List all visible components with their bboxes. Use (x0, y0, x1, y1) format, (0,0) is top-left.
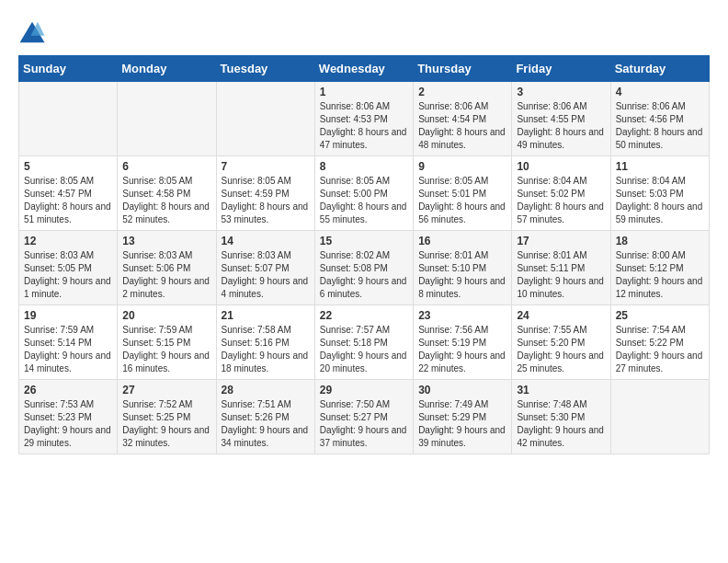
day-number: 30 (418, 384, 506, 396)
calendar-cell: 23Sunrise: 7:56 AM Sunset: 5:19 PM Dayli… (414, 305, 512, 380)
logo-icon (18, 18, 46, 46)
day-number: 5 (24, 160, 112, 173)
week-row-5: 26Sunrise: 7:53 AM Sunset: 5:23 PM Dayli… (19, 380, 710, 454)
calendar-cell: 5Sunrise: 8:05 AM Sunset: 4:57 PM Daylig… (19, 156, 118, 231)
day-number: 16 (418, 235, 506, 247)
calendar-cell: 21Sunrise: 7:58 AM Sunset: 5:16 PM Dayli… (216, 305, 314, 380)
day-info: Sunrise: 7:52 AM Sunset: 5:25 PM Dayligh… (122, 398, 210, 450)
week-row-3: 12Sunrise: 8:03 AM Sunset: 5:05 PM Dayli… (19, 231, 710, 305)
header-cell-friday: Friday (512, 56, 610, 82)
calendar-cell: 28Sunrise: 7:51 AM Sunset: 5:26 PM Dayli… (216, 380, 314, 454)
day-info: Sunrise: 8:05 AM Sunset: 4:58 PM Dayligh… (122, 175, 210, 226)
day-info: Sunrise: 7:53 AM Sunset: 5:23 PM Dayligh… (24, 398, 112, 450)
header-cell-thursday: Thursday (414, 56, 512, 82)
calendar-cell: 30Sunrise: 7:49 AM Sunset: 5:29 PM Dayli… (414, 380, 512, 454)
calendar-cell: 17Sunrise: 8:01 AM Sunset: 5:11 PM Dayli… (512, 231, 610, 305)
day-number: 22 (320, 309, 408, 322)
day-number: 27 (122, 384, 210, 396)
calendar-cell: 24Sunrise: 7:55 AM Sunset: 5:20 PM Dayli… (512, 305, 610, 380)
day-number: 6 (122, 160, 210, 173)
day-info: Sunrise: 8:05 AM Sunset: 5:00 PM Dayligh… (320, 175, 408, 226)
day-number: 8 (320, 160, 408, 173)
day-number: 20 (122, 309, 210, 322)
calendar-cell: 26Sunrise: 7:53 AM Sunset: 5:23 PM Dayli… (19, 380, 118, 454)
day-info: Sunrise: 7:59 AM Sunset: 5:15 PM Dayligh… (122, 324, 210, 375)
day-info: Sunrise: 7:56 AM Sunset: 5:19 PM Dayligh… (418, 324, 506, 375)
day-number: 4 (616, 86, 704, 98)
calendar-cell (19, 82, 118, 156)
calendar-cell: 18Sunrise: 8:00 AM Sunset: 5:12 PM Dayli… (610, 231, 709, 305)
day-info: Sunrise: 8:03 AM Sunset: 5:05 PM Dayligh… (24, 249, 112, 301)
calendar-cell: 31Sunrise: 7:48 AM Sunset: 5:30 PM Dayli… (512, 380, 610, 454)
day-info: Sunrise: 7:49 AM Sunset: 5:29 PM Dayligh… (418, 398, 506, 450)
calendar-cell: 11Sunrise: 8:04 AM Sunset: 5:03 PM Dayli… (610, 156, 709, 231)
calendar-cell (610, 380, 709, 454)
week-row-1: 1Sunrise: 8:06 AM Sunset: 4:53 PM Daylig… (19, 82, 710, 156)
day-info: Sunrise: 7:50 AM Sunset: 5:27 PM Dayligh… (320, 398, 408, 450)
day-number: 1 (320, 86, 408, 98)
day-number: 3 (517, 86, 605, 98)
day-number: 25 (616, 309, 704, 322)
week-row-4: 19Sunrise: 7:59 AM Sunset: 5:14 PM Dayli… (19, 305, 710, 380)
calendar-cell: 6Sunrise: 8:05 AM Sunset: 4:58 PM Daylig… (118, 156, 216, 231)
day-info: Sunrise: 7:54 AM Sunset: 5:22 PM Dayligh… (616, 324, 704, 375)
calendar-cell (118, 82, 216, 156)
calendar-body: 1Sunrise: 8:06 AM Sunset: 4:53 PM Daylig… (19, 82, 710, 454)
day-number: 29 (320, 384, 408, 396)
day-number: 7 (222, 160, 310, 173)
calendar-cell: 16Sunrise: 8:01 AM Sunset: 5:10 PM Dayli… (414, 231, 512, 305)
calendar-cell: 12Sunrise: 8:03 AM Sunset: 5:05 PM Dayli… (19, 231, 118, 305)
day-info: Sunrise: 8:02 AM Sunset: 5:08 PM Dayligh… (320, 249, 408, 301)
header-cell-saturday: Saturday (610, 56, 709, 82)
header-cell-sunday: Sunday (19, 56, 118, 82)
day-number: 12 (24, 235, 112, 247)
calendar-cell: 14Sunrise: 8:03 AM Sunset: 5:07 PM Dayli… (216, 231, 314, 305)
day-number: 15 (320, 235, 408, 247)
header-cell-wednesday: Wednesday (314, 56, 413, 82)
calendar-cell: 29Sunrise: 7:50 AM Sunset: 5:27 PM Dayli… (314, 380, 413, 454)
day-number: 21 (222, 309, 310, 322)
day-number: 19 (24, 309, 112, 322)
day-info: Sunrise: 8:06 AM Sunset: 4:53 PM Dayligh… (320, 100, 408, 152)
logo (18, 18, 50, 46)
day-number: 31 (517, 384, 605, 396)
header-cell-tuesday: Tuesday (216, 56, 314, 82)
day-number: 17 (517, 235, 605, 247)
calendar-cell: 10Sunrise: 8:04 AM Sunset: 5:02 PM Dayli… (512, 156, 610, 231)
calendar-cell: 27Sunrise: 7:52 AM Sunset: 5:25 PM Dayli… (118, 380, 216, 454)
day-info: Sunrise: 7:55 AM Sunset: 5:20 PM Dayligh… (517, 324, 605, 375)
calendar-cell: 13Sunrise: 8:03 AM Sunset: 5:06 PM Dayli… (118, 231, 216, 305)
day-info: Sunrise: 8:06 AM Sunset: 4:55 PM Dayligh… (517, 100, 605, 152)
day-info: Sunrise: 7:48 AM Sunset: 5:30 PM Dayligh… (517, 398, 605, 450)
day-info: Sunrise: 8:05 AM Sunset: 4:59 PM Dayligh… (222, 175, 310, 226)
calendar-cell: 3Sunrise: 8:06 AM Sunset: 4:55 PM Daylig… (512, 82, 610, 156)
calendar-table: SundayMondayTuesdayWednesdayThursdayFrid… (18, 55, 710, 454)
day-info: Sunrise: 8:00 AM Sunset: 5:12 PM Dayligh… (616, 249, 704, 301)
day-number: 9 (418, 160, 506, 173)
day-number: 18 (616, 235, 704, 247)
header-row: SundayMondayTuesdayWednesdayThursdayFrid… (19, 56, 710, 82)
day-info: Sunrise: 8:03 AM Sunset: 5:06 PM Dayligh… (122, 249, 210, 301)
day-info: Sunrise: 8:04 AM Sunset: 5:03 PM Dayligh… (616, 175, 704, 226)
day-number: 28 (222, 384, 310, 396)
day-info: Sunrise: 8:06 AM Sunset: 4:56 PM Dayligh… (616, 100, 704, 152)
calendar-cell: 15Sunrise: 8:02 AM Sunset: 5:08 PM Dayli… (314, 231, 413, 305)
day-number: 24 (517, 309, 605, 322)
day-number: 13 (122, 235, 210, 247)
calendar-cell: 4Sunrise: 8:06 AM Sunset: 4:56 PM Daylig… (610, 82, 709, 156)
calendar-cell: 19Sunrise: 7:59 AM Sunset: 5:14 PM Dayli… (19, 305, 118, 380)
day-info: Sunrise: 7:58 AM Sunset: 5:16 PM Dayligh… (222, 324, 310, 375)
calendar-cell: 20Sunrise: 7:59 AM Sunset: 5:15 PM Dayli… (118, 305, 216, 380)
day-info: Sunrise: 7:51 AM Sunset: 5:26 PM Dayligh… (222, 398, 310, 450)
calendar-cell: 1Sunrise: 8:06 AM Sunset: 4:53 PM Daylig… (314, 82, 413, 156)
calendar-cell: 22Sunrise: 7:57 AM Sunset: 5:18 PM Dayli… (314, 305, 413, 380)
day-number: 14 (222, 235, 310, 247)
day-info: Sunrise: 8:05 AM Sunset: 4:57 PM Dayligh… (24, 175, 112, 226)
calendar-cell: 2Sunrise: 8:06 AM Sunset: 4:54 PM Daylig… (414, 82, 512, 156)
week-row-2: 5Sunrise: 8:05 AM Sunset: 4:57 PM Daylig… (19, 156, 710, 231)
day-info: Sunrise: 8:06 AM Sunset: 4:54 PM Dayligh… (418, 100, 506, 152)
day-info: Sunrise: 7:57 AM Sunset: 5:18 PM Dayligh… (320, 324, 408, 375)
day-info: Sunrise: 8:04 AM Sunset: 5:02 PM Dayligh… (517, 175, 605, 226)
day-number: 11 (616, 160, 704, 173)
calendar-header: SundayMondayTuesdayWednesdayThursdayFrid… (19, 56, 710, 82)
